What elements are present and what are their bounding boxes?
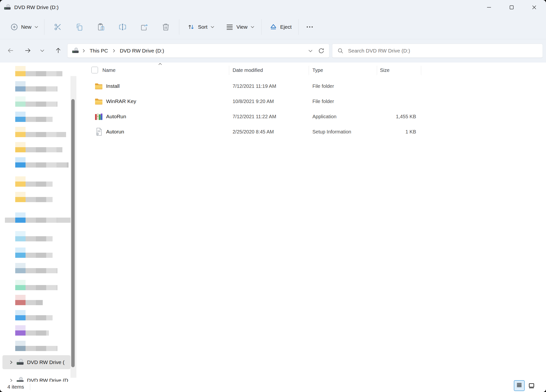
file-row[interactable]: Autorun2/25/2020 8:45 AMSetup Informatio…	[77, 124, 546, 139]
folder-icon	[94, 82, 103, 91]
navigation-pane: DVD RW Drive ( DVD RW Drive (D	[0, 63, 77, 382]
column-resize-handle[interactable]	[309, 66, 309, 75]
chevron-down-icon	[34, 26, 38, 28]
sidebar-item-dvd-drive-partial[interactable]: DVD RW Drive (D	[2, 373, 70, 382]
blurred-label	[26, 268, 57, 273]
blurred-icon	[15, 157, 26, 162]
copy-icon	[75, 23, 84, 31]
chevron-down-icon	[251, 26, 254, 28]
recent-locations-button[interactable]	[37, 44, 48, 57]
large-icons-view-button[interactable]	[526, 380, 537, 391]
blurred-label	[26, 218, 57, 223]
minimize-button[interactable]	[478, 0, 500, 15]
blurred-icon	[15, 263, 26, 268]
file-type: File folder	[312, 94, 334, 109]
file-date-modified: 2/25/2020 8:45 AM	[233, 124, 274, 139]
file-date-modified: 10/8/2021 9:20 AM	[233, 94, 274, 109]
blurred-label	[26, 197, 53, 202]
tree-expand-chevron-icon[interactable]	[9, 378, 13, 382]
blurred-label	[26, 285, 57, 290]
sidebar-item-label: DVD RW Drive (	[27, 359, 64, 365]
column-header-date[interactable]: Date modified	[233, 64, 263, 76]
file-size	[377, 78, 416, 94]
blurred-label	[26, 236, 53, 241]
column-header-size[interactable]: Size	[380, 64, 390, 76]
paste-button[interactable]	[90, 18, 112, 36]
blurred-label	[26, 182, 53, 187]
address-bar[interactable]: This PC DVD RW Drive (D:)	[67, 44, 329, 58]
forward-button[interactable]	[21, 44, 34, 57]
see-more-button[interactable]	[301, 18, 318, 36]
search-input[interactable]	[348, 48, 530, 54]
breadcrumb-this-pc[interactable]: This PC	[88, 47, 110, 55]
blurred-icon	[15, 330, 26, 336]
refresh-icon	[318, 47, 325, 54]
column-header-type[interactable]: Type	[312, 64, 323, 76]
plus-circle-icon	[10, 23, 18, 31]
column-resize-handle[interactable]	[229, 66, 229, 75]
maximize-button[interactable]	[500, 0, 523, 15]
toolbar-divider	[179, 19, 179, 35]
delete-button[interactable]	[155, 18, 177, 36]
eject-button[interactable]: Eject	[266, 18, 295, 36]
sidebar-item-dvd-drive[interactable]: DVD RW Drive (	[2, 355, 70, 369]
select-all-checkbox[interactable]	[91, 67, 98, 73]
file-list-area: Name Date modified Type Size Install7/12…	[77, 63, 546, 392]
view-label: View	[237, 24, 248, 30]
column-resize-handle[interactable]	[377, 66, 377, 75]
address-dropdown-button[interactable]	[305, 45, 316, 56]
blurred-icon	[15, 346, 26, 351]
title-bar: DVD RW Drive (D:)	[0, 0, 546, 15]
file-size: 1 KB	[377, 124, 416, 139]
inf-icon	[94, 127, 103, 136]
column-resize-handle[interactable]	[421, 66, 421, 75]
share-icon	[140, 23, 148, 31]
blurred-icon	[15, 325, 26, 330]
status-divider	[30, 384, 30, 390]
back-button[interactable]	[4, 44, 17, 57]
file-row[interactable]: WinRAR Key10/8/2021 9:20 AMFile folder	[77, 94, 546, 109]
blurred-label	[26, 86, 57, 91]
rename-button[interactable]	[112, 18, 133, 36]
sidebar-scrollbar-thumb[interactable]	[71, 99, 75, 367]
column-header-name[interactable]: Name	[102, 64, 115, 76]
blurred-icon	[15, 147, 26, 152]
details-view-button[interactable]	[514, 380, 525, 391]
close-button[interactable]	[523, 0, 546, 15]
copy-button[interactable]	[69, 18, 90, 36]
file-rows: Install7/12/2021 11:19 AMFile folderWinR…	[77, 78, 546, 139]
breadcrumb-chevron-icon	[112, 49, 115, 53]
tree-expand-chevron-icon[interactable]	[9, 360, 13, 365]
sort-label: Sort	[198, 24, 208, 30]
blurred-icon	[15, 102, 26, 107]
blurred-label	[26, 315, 53, 320]
details-view-icon	[516, 382, 523, 389]
new-label: New	[21, 24, 31, 30]
blurred-label	[26, 132, 66, 137]
blurred-icon	[15, 300, 26, 305]
blurred-label	[26, 162, 69, 168]
up-button[interactable]	[52, 44, 65, 57]
refresh-button[interactable]	[316, 45, 327, 56]
file-row[interactable]: Install7/12/2021 11:19 AMFile folder	[77, 78, 546, 94]
chevron-down-icon	[40, 49, 44, 52]
new-button[interactable]: New	[7, 18, 42, 36]
arrow-left-icon	[7, 47, 14, 54]
blurred-icon	[15, 268, 26, 273]
trash-icon	[162, 23, 170, 31]
blurred-icon	[15, 127, 26, 132]
blurred-icon	[15, 117, 26, 122]
blurred-icon	[15, 112, 26, 117]
file-name: Install	[106, 78, 120, 94]
blurred-icon	[15, 81, 26, 86]
share-button[interactable]	[133, 18, 155, 36]
view-button[interactable]: View	[222, 18, 258, 36]
sort-button[interactable]: Sort	[184, 18, 218, 36]
blurred-label	[26, 300, 43, 305]
command-bar: New Sort View Eject	[0, 15, 546, 39]
breadcrumb-current[interactable]: DVD RW Drive (D:)	[118, 47, 166, 55]
file-row[interactable]: AutoRun7/12/2021 11:22 AMApplication1,45…	[77, 109, 546, 124]
file-name: Autorun	[106, 124, 124, 139]
search-box	[332, 44, 543, 58]
cut-button[interactable]	[47, 18, 69, 36]
